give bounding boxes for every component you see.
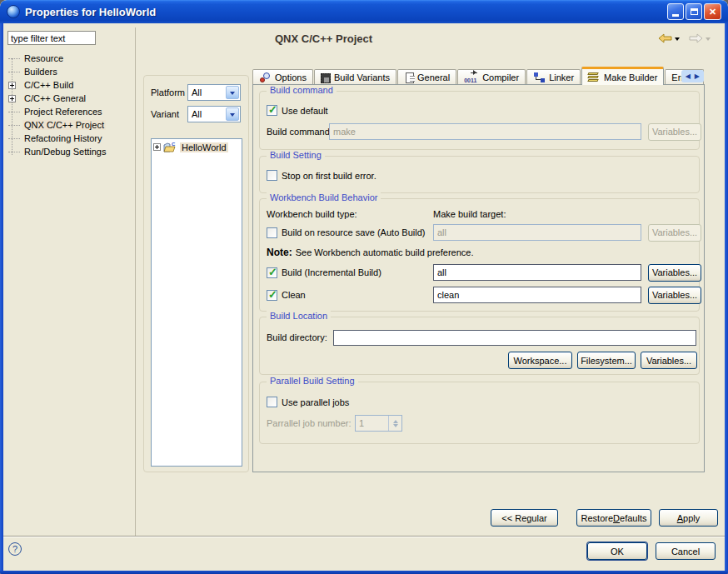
- incremental-build-label: Build (Incremental Build): [282, 267, 381, 277]
- chip-icon: [321, 73, 331, 83]
- document-icon: [406, 72, 414, 83]
- incremental-build-target-input[interactable]: [433, 264, 641, 281]
- build-directory-input[interactable]: [333, 330, 696, 346]
- tree-stub: [8, 152, 20, 152]
- project-list: C HelloWorld: [151, 138, 242, 467]
- minimize-button[interactable]: [667, 3, 684, 20]
- variables-button[interactable]: Variables...: [648, 264, 701, 282]
- sidebar-item-ccpp-build[interactable]: C/C++ Build: [5, 78, 132, 92]
- auto-build-target-input: [433, 224, 641, 241]
- tree-stub: [8, 72, 20, 72]
- window-icon[interactable]: [7, 5, 20, 18]
- tree-stub: [8, 58, 20, 59]
- sidebar-item-run-debug-settings[interactable]: Run/Debug Settings: [5, 145, 132, 158]
- c-project-folder-icon: C: [163, 142, 177, 152]
- sidebar-item-resource[interactable]: Resource: [5, 52, 132, 65]
- expand-icon[interactable]: [153, 143, 161, 151]
- parallel-job-number-label: Parrallel job number:: [267, 418, 352, 428]
- restore-defaults-button[interactable]: Restore Defaults: [576, 509, 651, 527]
- auto-build-checkbox[interactable]: [267, 227, 277, 238]
- sidebar-item-builders[interactable]: Builders: [5, 65, 132, 78]
- spinner-down-icon: [393, 424, 398, 430]
- tab-build-variants[interactable]: Build Variants: [314, 69, 396, 85]
- ok-button[interactable]: OK: [587, 542, 647, 560]
- project-name: HelloWorld: [180, 142, 228, 152]
- parallel-build-setting-group: Parallel Build Setting Use parallel jobs…: [259, 382, 700, 444]
- sidebar-item-qnx-ccpp-project[interactable]: QNX C/C++ Project: [5, 118, 132, 132]
- workbench-build-type-label: Workbench build type:: [267, 209, 357, 219]
- back-icon[interactable]: [658, 33, 672, 43]
- use-parallel-jobs-checkbox[interactable]: [267, 397, 277, 407]
- tab-make-builder[interactable]: Make Builder: [581, 67, 664, 85]
- group-title: Build Location: [267, 311, 331, 321]
- tree-stub: [8, 138, 20, 139]
- tree-stub: [8, 125, 20, 126]
- make-builder-panel: Build command Use default Build command:…: [252, 84, 705, 472]
- help-button[interactable]: ?: [8, 542, 22, 556]
- use-default-label: Use default: [282, 106, 328, 116]
- stop-on-error-label: Stop on first build error.: [282, 171, 376, 181]
- platform-select[interactable]: All: [187, 84, 241, 101]
- maximize-icon: [691, 8, 698, 15]
- chevron-down-icon[interactable]: [226, 107, 239, 121]
- variant-label: Variant: [151, 109, 187, 119]
- tab-options[interactable]: Options: [252, 69, 313, 85]
- workspace-button[interactable]: Workspace...: [508, 352, 572, 369]
- footer-separator-highlight: [3, 537, 725, 537]
- expand-icon[interactable]: [8, 82, 16, 89]
- scroll-right-icon[interactable]: ▶: [695, 73, 700, 80]
- project-row-helloworld[interactable]: C HelloWorld: [153, 142, 240, 152]
- scroll-left-icon[interactable]: ◀: [686, 73, 691, 80]
- tab-bar: Options Build Variants General 0011 Comp…: [252, 67, 705, 85]
- linker-icon: [533, 72, 546, 83]
- filesystem-button[interactable]: Filesystem...: [577, 352, 636, 369]
- sidebar-item-ccpp-general[interactable]: C/C++ General: [5, 92, 132, 105]
- variables-button[interactable]: Variables...: [648, 287, 701, 304]
- tab-general[interactable]: General: [397, 69, 456, 85]
- platform-value: All: [192, 87, 202, 97]
- platform-label: Platform: [151, 87, 187, 97]
- clean-label: Clean: [282, 290, 306, 300]
- auto-build-label: Build on resource save (Auto Build): [282, 227, 425, 237]
- tree-stub: [8, 112, 20, 112]
- build-directory-label: Build directory:: [267, 332, 327, 342]
- svg-text:C: C: [172, 142, 176, 147]
- maximize-button[interactable]: [686, 3, 702, 20]
- tab-compiler[interactable]: 0011 Compiler: [457, 69, 526, 85]
- filter-input[interactable]: [7, 31, 96, 45]
- sidebar-item-refactoring-history[interactable]: Refactoring History: [5, 132, 132, 145]
- window-title: Properties for HelloWorld: [25, 6, 667, 18]
- incremental-build-checkbox[interactable]: [267, 267, 277, 278]
- workbench-build-behavior-group: Workbench Build Behavior Workbench build…: [259, 198, 700, 312]
- chevron-down-icon[interactable]: [226, 86, 239, 99]
- expand-icon[interactable]: [8, 95, 16, 102]
- close-button[interactable]: ✕: [704, 3, 721, 20]
- sidebar-divider: [135, 27, 136, 536]
- variables-button[interactable]: Variables...: [641, 352, 697, 369]
- tab-scroller: ◀ ▶: [681, 70, 704, 82]
- cancel-button[interactable]: Cancel: [656, 542, 716, 560]
- compiler-icon: 0011: [464, 72, 479, 83]
- back-menu-caret-icon[interactable]: [675, 37, 680, 43]
- options-icon: [259, 72, 272, 83]
- group-title: Workbench Build Behavior: [267, 192, 381, 202]
- build-location-group: Build Location Build directory: Workspac…: [259, 317, 700, 375]
- properties-dialog: Properties for HelloWorld ✕ Resource Bui…: [0, 0, 728, 574]
- variant-value: All: [192, 109, 202, 119]
- minimize-icon: [672, 14, 679, 17]
- note-text: See Workbench automatic build preference…: [296, 247, 474, 257]
- parallel-job-number-stepper: 1: [355, 415, 402, 432]
- group-title: Build command: [267, 85, 337, 95]
- tab-linker[interactable]: Linker: [526, 69, 581, 85]
- build-command-input: [329, 123, 641, 140]
- group-title: Build Setting: [267, 150, 325, 160]
- variant-select[interactable]: All: [187, 106, 241, 122]
- clean-target-input[interactable]: [433, 287, 641, 303]
- use-default-checkbox[interactable]: [267, 105, 277, 116]
- group-title: Parallel Build Setting: [267, 376, 358, 386]
- apply-button[interactable]: Apply: [659, 509, 718, 527]
- stop-on-error-checkbox[interactable]: [267, 170, 277, 181]
- clean-checkbox[interactable]: [267, 290, 277, 301]
- sidebar-item-project-references[interactable]: Project References: [5, 105, 132, 118]
- regular-toggle-button[interactable]: << Regular: [491, 509, 558, 527]
